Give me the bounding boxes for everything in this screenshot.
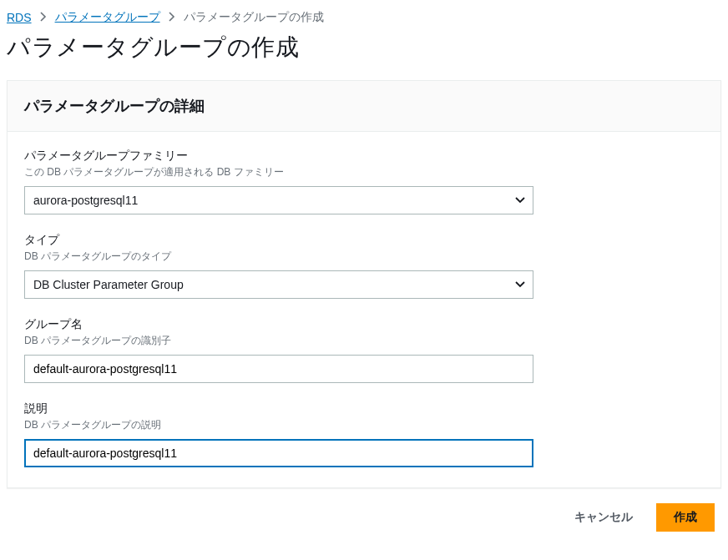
group-name-field: グループ名 DB パラメータグループの識別子 (24, 317, 704, 383)
type-field: タイプ DB パラメータグループのタイプ DB Cluster Paramete… (24, 233, 704, 299)
description-help: DB パラメータグループの説明 (24, 418, 704, 432)
cancel-button[interactable]: キャンセル (564, 503, 643, 532)
group-name-label: グループ名 (24, 317, 704, 332)
description-label: 説明 (24, 401, 704, 416)
create-button[interactable]: 作成 (656, 503, 715, 532)
panel-title: パラメータグループの詳細 (24, 96, 704, 116)
group-name-input[interactable] (24, 355, 533, 383)
family-label: パラメータグループファミリー (24, 149, 704, 164)
footer-actions: キャンセル 作成 (7, 488, 721, 538)
family-field: パラメータグループファミリー この DB パラメータグループが適用される DB … (24, 149, 704, 214)
breadcrumb-root-link[interactable]: RDS (7, 11, 32, 24)
description-field: 説明 DB パラメータグループの説明 (24, 401, 704, 467)
details-panel: パラメータグループの詳細 パラメータグループファミリー この DB パラメータグ… (7, 80, 721, 488)
type-select[interactable]: DB Cluster Parameter Group (24, 270, 533, 299)
family-select-value: aurora-postgresql11 (24, 186, 533, 214)
breadcrumb-current: パラメータグループの作成 (184, 10, 324, 25)
description-input[interactable] (24, 439, 533, 467)
type-select-value: DB Cluster Parameter Group (24, 270, 533, 299)
chevron-right-icon (40, 11, 47, 24)
page-title: パラメータグループの作成 (7, 32, 721, 63)
type-label: タイプ (24, 233, 704, 248)
family-help: この DB パラメータグループが適用される DB ファミリー (24, 165, 704, 179)
breadcrumb-parent-link[interactable]: パラメータグループ (55, 10, 160, 25)
panel-header: パラメータグループの詳細 (8, 81, 720, 132)
group-name-help: DB パラメータグループの識別子 (24, 334, 704, 348)
family-select[interactable]: aurora-postgresql11 (24, 186, 533, 214)
type-help: DB パラメータグループのタイプ (24, 250, 704, 264)
chevron-right-icon (169, 11, 175, 24)
panel-body: パラメータグループファミリー この DB パラメータグループが適用される DB … (8, 132, 720, 487)
breadcrumb: RDS パラメータグループ パラメータグループの作成 (7, 10, 721, 25)
